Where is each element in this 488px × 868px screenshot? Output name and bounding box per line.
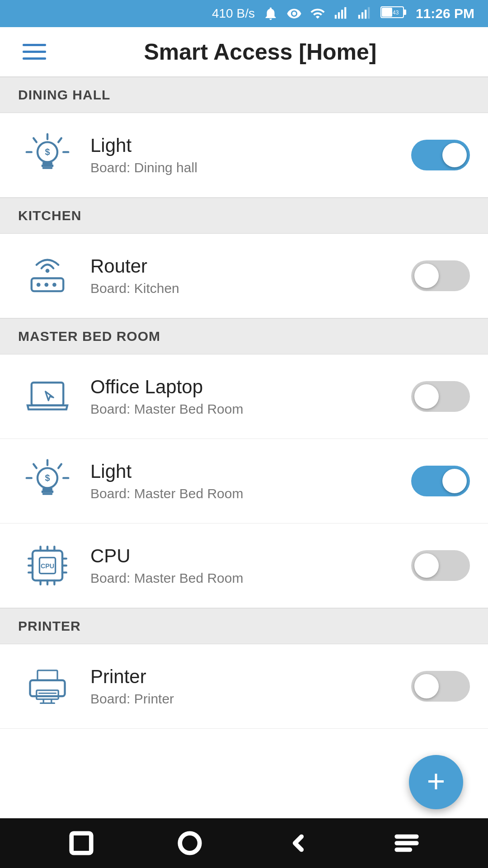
app-title: Smart Access [Home] bbox=[51, 39, 470, 65]
device-row-dining-light: $ LightBoard: Dining hall bbox=[0, 113, 488, 198]
svg-rect-6 bbox=[365, 10, 366, 19]
svg-line-15 bbox=[33, 138, 37, 142]
device-board-mbr-cpu: Board: Master Bed Room bbox=[90, 571, 411, 586]
svg-rect-1 bbox=[338, 12, 340, 19]
svg-text:$: $ bbox=[45, 473, 50, 483]
device-name-mbr-light: Light bbox=[90, 461, 411, 482]
device-name-dining-light: Light bbox=[90, 135, 411, 156]
toggle-knob-mbr-light bbox=[442, 469, 467, 493]
status-bar: 410 B/s 43 11:26 PM bbox=[0, 0, 488, 27]
section-header-master-bed-room: MASTER BED ROOM bbox=[0, 318, 488, 354]
device-row-printer-device: PrinterBoard: Printer bbox=[0, 644, 488, 729]
square-nav-button[interactable] bbox=[66, 827, 97, 859]
device-info-mbr-laptop: Office LaptopBoard: Master Bed Room bbox=[77, 376, 411, 417]
device-info-kitchen-router: RouterBoard: Kitchen bbox=[77, 255, 411, 296]
svg-rect-20 bbox=[42, 165, 53, 167]
device-info-mbr-light: LightBoard: Master Bed Room bbox=[77, 461, 411, 501]
section-header-kitchen: KITCHEN bbox=[0, 198, 488, 234]
svg-rect-55 bbox=[37, 690, 58, 699]
svg-text:$: $ bbox=[45, 147, 50, 157]
toggle-knob-printer-device bbox=[414, 674, 439, 698]
toggle-mbr-cpu[interactable] bbox=[411, 550, 470, 581]
device-board-mbr-laptop: Board: Master Bed Room bbox=[90, 401, 411, 417]
device-info-printer-device: PrinterBoard: Printer bbox=[77, 666, 411, 707]
svg-rect-3 bbox=[344, 7, 346, 19]
svg-rect-36 bbox=[42, 491, 53, 493]
svg-line-31 bbox=[33, 464, 37, 468]
svg-rect-21 bbox=[42, 167, 52, 169]
light-icon: $ bbox=[18, 126, 77, 184]
alarm-icon bbox=[263, 6, 278, 21]
svg-rect-7 bbox=[368, 7, 370, 19]
toggle-knob-mbr-laptop bbox=[414, 384, 439, 409]
svg-rect-35 bbox=[42, 488, 52, 491]
svg-point-62 bbox=[180, 833, 200, 853]
svg-rect-27 bbox=[32, 382, 63, 406]
toggle-knob-mbr-cpu bbox=[414, 553, 439, 578]
svg-point-25 bbox=[44, 283, 48, 287]
signal-icon bbox=[333, 6, 349, 21]
section-header-dining-hall: DINING HALL bbox=[0, 77, 488, 113]
home-nav-button[interactable] bbox=[174, 827, 206, 859]
device-board-kitchen-router: Board: Kitchen bbox=[90, 281, 411, 296]
svg-point-26 bbox=[52, 283, 56, 287]
bottom-nav-bar bbox=[0, 818, 488, 868]
svg-rect-0 bbox=[335, 15, 337, 19]
laptop-icon bbox=[18, 367, 77, 426]
network-speed: 410 B/s bbox=[212, 6, 255, 21]
printer-icon bbox=[18, 657, 77, 716]
hamburger-menu[interactable] bbox=[18, 39, 51, 64]
eye-icon bbox=[286, 6, 302, 21]
toggle-knob-dining-light bbox=[442, 143, 467, 167]
lines-icon bbox=[394, 830, 420, 856]
device-board-printer-device: Board: Printer bbox=[90, 691, 411, 707]
cpu-icon: CPU bbox=[18, 536, 77, 595]
device-row-kitchen-router: RouterBoard: Kitchen bbox=[0, 234, 488, 318]
svg-rect-2 bbox=[341, 10, 343, 19]
app-bar: Smart Access [Home] bbox=[0, 27, 488, 77]
svg-point-24 bbox=[37, 283, 41, 287]
svg-rect-37 bbox=[42, 493, 52, 495]
square-icon bbox=[68, 830, 94, 856]
svg-text:CPU: CPU bbox=[41, 562, 54, 570]
device-row-mbr-cpu: CPU CPUBoard: Master Bed Room bbox=[0, 524, 488, 608]
device-board-mbr-light: Board: Master Bed Room bbox=[90, 486, 411, 501]
svg-rect-53 bbox=[38, 670, 57, 680]
toggle-printer-device[interactable] bbox=[411, 671, 470, 702]
svg-rect-61 bbox=[71, 833, 91, 853]
svg-rect-19 bbox=[42, 162, 52, 165]
wifi-icon bbox=[310, 6, 325, 21]
svg-rect-4 bbox=[358, 15, 360, 19]
back-nav-button[interactable] bbox=[282, 827, 314, 859]
light-icon: $ bbox=[18, 452, 77, 510]
device-name-mbr-laptop: Office Laptop bbox=[90, 376, 411, 398]
device-name-kitchen-router: Router bbox=[90, 255, 411, 277]
menu-nav-button[interactable] bbox=[391, 827, 422, 859]
signal2-icon bbox=[357, 6, 372, 21]
svg-rect-5 bbox=[361, 12, 363, 19]
svg-rect-9 bbox=[404, 9, 406, 15]
device-info-dining-light: LightBoard: Dining hall bbox=[77, 135, 411, 175]
circle-icon bbox=[177, 830, 203, 856]
back-icon bbox=[285, 830, 311, 856]
battery-icon: 43 bbox=[380, 5, 408, 20]
router-icon bbox=[18, 246, 77, 305]
toggle-mbr-light[interactable] bbox=[411, 466, 470, 496]
battery-level: 43 bbox=[380, 5, 408, 23]
svg-line-29 bbox=[58, 464, 61, 468]
section-header-printer: PRINTER bbox=[0, 608, 488, 644]
clock: 11:26 PM bbox=[416, 6, 474, 21]
svg-point-22 bbox=[46, 269, 50, 273]
device-row-mbr-light: $ LightBoard: Master Bed Room bbox=[0, 439, 488, 524]
toggle-mbr-laptop[interactable] bbox=[411, 381, 470, 412]
toggle-dining-light[interactable] bbox=[411, 140, 470, 170]
toggle-knob-kitchen-router bbox=[414, 264, 439, 288]
svg-line-13 bbox=[58, 138, 61, 142]
device-row-mbr-laptop: Office LaptopBoard: Master Bed Room bbox=[0, 354, 488, 439]
toggle-kitchen-router[interactable] bbox=[411, 260, 470, 291]
svg-text:43: 43 bbox=[393, 9, 399, 16]
add-device-fab[interactable]: + bbox=[409, 755, 463, 809]
device-name-mbr-cpu: CPU bbox=[90, 545, 411, 567]
svg-rect-10 bbox=[382, 8, 392, 17]
add-icon: + bbox=[427, 765, 446, 797]
